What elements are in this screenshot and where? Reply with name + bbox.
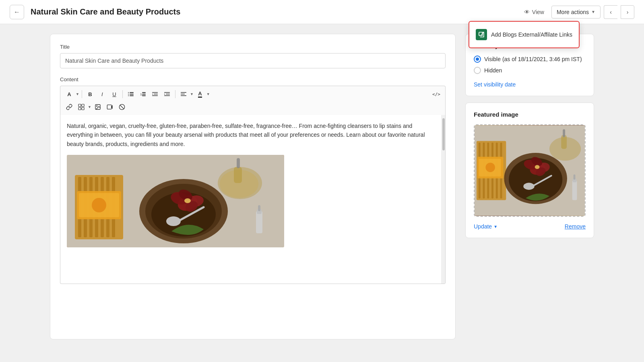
svg-rect-10 bbox=[142, 95, 146, 96]
visible-radio-option[interactable]: Visible (as of 18/11/2021, 3:46 pm IST) bbox=[474, 56, 586, 63]
nav-prev-button[interactable]: ‹ bbox=[604, 5, 617, 19]
editor-content-area[interactable]: Natural, organic, vegan, cruelty-free, g… bbox=[60, 115, 446, 284]
table-button[interactable] bbox=[76, 101, 87, 113]
featured-image-title: Featured image bbox=[474, 111, 586, 118]
svg-rect-13 bbox=[152, 95, 158, 96]
hidden-radio-option[interactable]: Hidden bbox=[474, 67, 586, 74]
top-bar: ← Natural Skin Care and Beauty Products … bbox=[0, 0, 644, 24]
svg-rect-56 bbox=[237, 158, 240, 168]
featured-image-inner bbox=[475, 125, 585, 216]
visible-label: Visible (as of 18/11/2021, 3:46 pm IST) bbox=[484, 56, 582, 62]
svg-rect-5 bbox=[128, 95, 129, 96]
align-button[interactable] bbox=[178, 88, 189, 100]
svg-rect-11 bbox=[152, 92, 158, 93]
align-caret-icon: ▼ bbox=[190, 92, 194, 96]
svg-rect-17 bbox=[181, 92, 186, 93]
add-blogs-links-item[interactable]: Add Blogs External/Affilate Links bbox=[469, 25, 579, 44]
editor-scroll-thumb bbox=[442, 118, 445, 150]
bold-button[interactable]: B bbox=[85, 88, 96, 100]
content-label: Content bbox=[60, 76, 446, 82]
svg-rect-1 bbox=[128, 92, 129, 93]
svg-rect-55 bbox=[234, 167, 242, 183]
editor-inline-image bbox=[67, 155, 284, 247]
more-actions-button[interactable]: More actions ▼ bbox=[551, 6, 601, 19]
svg-rect-15 bbox=[166, 94, 170, 95]
set-visibility-date-link[interactable]: Set visibility date bbox=[474, 81, 516, 88]
svg-rect-19 bbox=[181, 95, 186, 96]
text-color-dropdown[interactable]: A ▼ bbox=[194, 88, 210, 100]
video-button[interactable] bbox=[104, 101, 116, 113]
svg-rect-26 bbox=[107, 105, 111, 109]
svg-rect-6 bbox=[130, 95, 134, 96]
color-caret-icon: ▼ bbox=[206, 92, 210, 96]
svg-point-41 bbox=[92, 198, 106, 212]
block-button[interactable] bbox=[116, 101, 128, 113]
nav-next-button[interactable]: › bbox=[621, 5, 634, 19]
font-dropdown[interactable]: A ▼ bbox=[64, 88, 79, 100]
svg-rect-59 bbox=[258, 205, 260, 211]
svg-rect-14 bbox=[164, 92, 170, 93]
svg-rect-21 bbox=[82, 104, 84, 107]
svg-rect-12 bbox=[154, 94, 158, 95]
svg-point-80 bbox=[535, 165, 540, 169]
svg-rect-84 bbox=[572, 180, 577, 200]
update-button[interactable]: Update ▼ bbox=[474, 223, 497, 230]
editor-scrollbar[interactable] bbox=[441, 115, 445, 284]
top-bar-left: ← Natural Skin Care and Beauty Products bbox=[10, 5, 520, 19]
table-caret-icon: ▼ bbox=[88, 105, 91, 109]
view-button[interactable]: 👁 View bbox=[520, 6, 548, 18]
ordered-list-button[interactable]: 1. bbox=[137, 88, 149, 100]
underline-button[interactable]: U bbox=[109, 88, 120, 100]
editor-panel: Title Content A ▼ B I U 1. bbox=[50, 34, 456, 339]
editor-body-text: Natural, organic, vegan, cruelty-free, g… bbox=[67, 121, 439, 148]
svg-rect-16 bbox=[164, 95, 170, 96]
svg-rect-2 bbox=[130, 92, 134, 93]
title-label: Title bbox=[60, 44, 446, 50]
svg-rect-86 bbox=[574, 175, 576, 180]
svg-rect-57 bbox=[256, 211, 262, 233]
hidden-radio[interactable] bbox=[474, 67, 481, 74]
title-input[interactable] bbox=[60, 53, 446, 68]
toolbar-separator-3 bbox=[175, 90, 175, 98]
text-color-button[interactable]: A bbox=[194, 88, 206, 100]
external-link-icon bbox=[476, 29, 487, 40]
back-button[interactable]: ← bbox=[10, 5, 24, 19]
sidebar: Visibility Visible (as of 18/11/2021, 3:… bbox=[465, 34, 594, 339]
more-actions-dropdown: Add Blogs External/Affilate Links bbox=[469, 21, 580, 48]
font-button[interactable]: A bbox=[64, 88, 75, 100]
main-layout: Title Content A ▼ B I U 1. bbox=[40, 24, 604, 349]
code-button[interactable]: </> bbox=[431, 88, 442, 100]
editor-toolbar: A ▼ B I U 1. bbox=[60, 86, 446, 115]
update-caret-icon: ▼ bbox=[493, 224, 497, 229]
svg-point-70 bbox=[485, 162, 495, 172]
svg-rect-20 bbox=[78, 104, 81, 107]
svg-rect-18 bbox=[181, 94, 185, 95]
svg-line-29 bbox=[120, 105, 124, 109]
svg-rect-8 bbox=[142, 92, 146, 93]
toolbar-separator-1 bbox=[82, 90, 82, 98]
hidden-label: Hidden bbox=[484, 67, 502, 74]
align-dropdown[interactable]: ▼ bbox=[178, 88, 194, 100]
featured-image-card: Featured image bbox=[465, 103, 594, 238]
indent-button[interactable] bbox=[161, 88, 173, 100]
remove-button[interactable]: Remove bbox=[565, 223, 586, 230]
svg-rect-4 bbox=[130, 94, 134, 95]
table-dropdown[interactable]: ▼ bbox=[76, 101, 91, 113]
outdent-button[interactable] bbox=[149, 88, 161, 100]
page-title: Natural Skin Care and Beauty Products bbox=[31, 7, 180, 16]
visible-radio[interactable] bbox=[474, 56, 481, 63]
svg-point-73 bbox=[523, 183, 534, 190]
caret-down-icon: ▼ bbox=[591, 10, 595, 14]
featured-image-footer: Update ▼ Remove bbox=[474, 223, 586, 230]
bullet-list-button[interactable] bbox=[125, 88, 136, 100]
svg-point-25 bbox=[97, 106, 97, 107]
svg-rect-23 bbox=[82, 107, 84, 110]
image-button[interactable] bbox=[92, 101, 103, 113]
link-button[interactable] bbox=[64, 101, 75, 113]
toolbar-row-1: A ▼ B I U 1. bbox=[64, 88, 442, 100]
italic-button[interactable]: I bbox=[97, 88, 108, 100]
featured-image-placeholder[interactable] bbox=[474, 124, 586, 217]
toolbar-row-2: ▼ bbox=[64, 101, 442, 113]
svg-rect-22 bbox=[78, 107, 81, 110]
top-bar-right: 👁 View More actions ▼ ‹ › bbox=[520, 5, 634, 19]
